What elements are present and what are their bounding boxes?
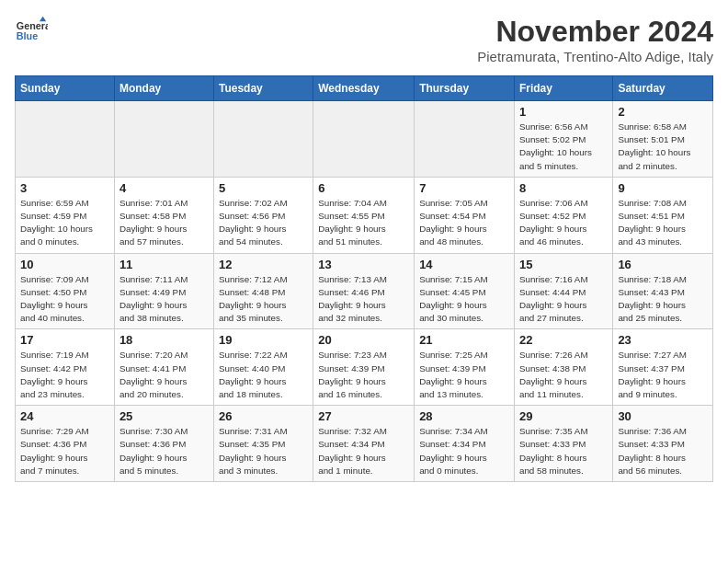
day-number: 27 — [318, 409, 409, 423]
day-number: 7 — [419, 181, 509, 195]
day-cell — [114, 101, 213, 178]
weekday-header-tuesday: Tuesday — [213, 76, 313, 101]
day-info: Sunrise: 7:16 AM Sunset: 4:44 PM Dayligh… — [519, 273, 608, 326]
day-info: Sunrise: 7:23 AM Sunset: 4:39 PM Dayligh… — [318, 349, 409, 401]
day-number: 25 — [119, 409, 209, 423]
day-number: 28 — [419, 409, 509, 423]
day-info: Sunrise: 7:05 AM Sunset: 4:54 PM Dayligh… — [419, 197, 509, 249]
day-number: 16 — [618, 258, 708, 271]
day-info: Sunrise: 7:13 AM Sunset: 4:46 PM Dayligh… — [318, 273, 409, 326]
day-info: Sunrise: 7:02 AM Sunset: 4:56 PM Dayligh… — [219, 197, 308, 249]
header: General Blue November 2024 Pietramurata,… — [15, 15, 713, 64]
svg-text:Blue: Blue — [17, 30, 38, 41]
day-cell: 28Sunrise: 7:34 AM Sunset: 4:34 PM Dayli… — [415, 406, 515, 482]
day-cell: 3Sunrise: 6:59 AM Sunset: 4:59 PM Daylig… — [16, 177, 115, 253]
day-info: Sunrise: 7:26 AM Sunset: 4:38 PM Dayligh… — [519, 349, 608, 401]
day-info: Sunrise: 6:58 AM Sunset: 5:01 PM Dayligh… — [618, 121, 708, 173]
day-info: Sunrise: 7:27 AM Sunset: 4:37 PM Dayligh… — [618, 349, 708, 401]
day-cell: 8Sunrise: 7:06 AM Sunset: 4:52 PM Daylig… — [514, 177, 612, 253]
day-cell: 27Sunrise: 7:32 AM Sunset: 4:34 PM Dayli… — [313, 406, 415, 482]
day-cell: 10Sunrise: 7:09 AM Sunset: 4:50 PM Dayli… — [16, 253, 115, 329]
day-cell: 7Sunrise: 7:05 AM Sunset: 4:54 PM Daylig… — [415, 177, 515, 253]
day-number: 20 — [318, 333, 409, 347]
day-number: 1 — [519, 105, 608, 119]
day-number: 18 — [119, 333, 209, 347]
day-info: Sunrise: 7:18 AM Sunset: 4:43 PM Dayligh… — [618, 273, 708, 326]
day-cell: 13Sunrise: 7:13 AM Sunset: 4:46 PM Dayli… — [313, 253, 415, 329]
day-cell: 17Sunrise: 7:19 AM Sunset: 4:42 PM Dayli… — [16, 329, 115, 406]
calendar-table: SundayMondayTuesdayWednesdayThursdayFrid… — [15, 75, 713, 482]
day-number: 24 — [20, 409, 109, 423]
day-number: 17 — [20, 333, 109, 347]
day-number: 9 — [618, 181, 708, 195]
title-block: November 2024 Pietramurata, Trentino-Alt… — [477, 15, 713, 64]
day-info: Sunrise: 7:09 AM Sunset: 4:50 PM Dayligh… — [20, 273, 109, 326]
day-info: Sunrise: 7:22 AM Sunset: 4:40 PM Dayligh… — [219, 349, 308, 401]
day-number: 19 — [219, 333, 308, 347]
day-cell — [415, 101, 515, 178]
day-info: Sunrise: 7:19 AM Sunset: 4:42 PM Dayligh… — [20, 349, 109, 401]
week-row-3: 10Sunrise: 7:09 AM Sunset: 4:50 PM Dayli… — [16, 253, 713, 329]
day-cell: 12Sunrise: 7:12 AM Sunset: 4:48 PM Dayli… — [213, 253, 313, 329]
week-row-4: 17Sunrise: 7:19 AM Sunset: 4:42 PM Dayli… — [16, 329, 713, 406]
day-info: Sunrise: 7:01 AM Sunset: 4:58 PM Dayligh… — [119, 197, 209, 249]
day-info: Sunrise: 7:34 AM Sunset: 4:34 PM Dayligh… — [419, 425, 509, 477]
day-info: Sunrise: 7:12 AM Sunset: 4:48 PM Dayligh… — [219, 273, 308, 326]
day-number: 21 — [419, 333, 509, 347]
day-info: Sunrise: 7:08 AM Sunset: 4:51 PM Dayligh… — [618, 197, 708, 249]
day-info: Sunrise: 6:56 AM Sunset: 5:02 PM Dayligh… — [519, 121, 608, 173]
weekday-header-sunday: Sunday — [16, 76, 115, 101]
logo: General Blue — [15, 15, 48, 48]
day-cell: 6Sunrise: 7:04 AM Sunset: 4:55 PM Daylig… — [313, 177, 415, 253]
day-number: 13 — [318, 258, 409, 271]
day-cell: 25Sunrise: 7:30 AM Sunset: 4:36 PM Dayli… — [114, 406, 213, 482]
day-number: 22 — [519, 333, 608, 347]
day-info: Sunrise: 7:15 AM Sunset: 4:45 PM Dayligh… — [419, 273, 509, 326]
day-cell: 19Sunrise: 7:22 AM Sunset: 4:40 PM Dayli… — [213, 329, 313, 406]
day-info: Sunrise: 7:31 AM Sunset: 4:35 PM Dayligh… — [219, 425, 308, 477]
day-number: 30 — [618, 409, 708, 423]
day-info: Sunrise: 7:04 AM Sunset: 4:55 PM Dayligh… — [318, 197, 409, 249]
svg-marker-2 — [40, 17, 46, 21]
day-cell: 18Sunrise: 7:20 AM Sunset: 4:41 PM Dayli… — [114, 329, 213, 406]
day-info: Sunrise: 7:32 AM Sunset: 4:34 PM Dayligh… — [318, 425, 409, 477]
day-number: 23 — [618, 333, 708, 347]
weekday-header-saturday: Saturday — [613, 76, 713, 101]
weekday-header-thursday: Thursday — [415, 76, 515, 101]
day-number: 6 — [318, 181, 409, 195]
day-info: Sunrise: 7:30 AM Sunset: 4:36 PM Dayligh… — [119, 425, 209, 477]
day-cell: 16Sunrise: 7:18 AM Sunset: 4:43 PM Dayli… — [613, 253, 713, 329]
day-cell: 14Sunrise: 7:15 AM Sunset: 4:45 PM Dayli… — [415, 253, 515, 329]
day-cell: 23Sunrise: 7:27 AM Sunset: 4:37 PM Dayli… — [613, 329, 713, 406]
location-title: Pietramurata, Trentino-Alto Adige, Italy — [477, 49, 713, 64]
day-cell — [213, 101, 313, 178]
weekday-header-wednesday: Wednesday — [313, 76, 415, 101]
day-cell: 11Sunrise: 7:11 AM Sunset: 4:49 PM Dayli… — [114, 253, 213, 329]
day-info: Sunrise: 7:35 AM Sunset: 4:33 PM Dayligh… — [519, 425, 608, 477]
day-cell: 30Sunrise: 7:36 AM Sunset: 4:33 PM Dayli… — [613, 406, 713, 482]
day-info: Sunrise: 6:59 AM Sunset: 4:59 PM Dayligh… — [20, 197, 109, 249]
day-number: 26 — [219, 409, 308, 423]
day-cell: 21Sunrise: 7:25 AM Sunset: 4:39 PM Dayli… — [415, 329, 515, 406]
day-number: 29 — [519, 409, 608, 423]
day-cell: 1Sunrise: 6:56 AM Sunset: 5:02 PM Daylig… — [514, 101, 612, 178]
day-cell — [313, 101, 415, 178]
day-info: Sunrise: 7:29 AM Sunset: 4:36 PM Dayligh… — [20, 425, 109, 477]
day-cell: 29Sunrise: 7:35 AM Sunset: 4:33 PM Dayli… — [514, 406, 612, 482]
day-cell: 22Sunrise: 7:26 AM Sunset: 4:38 PM Dayli… — [514, 329, 612, 406]
day-cell: 9Sunrise: 7:08 AM Sunset: 4:51 PM Daylig… — [613, 177, 713, 253]
logo-icon: General Blue — [15, 15, 48, 48]
day-cell: 4Sunrise: 7:01 AM Sunset: 4:58 PM Daylig… — [114, 177, 213, 253]
day-cell: 15Sunrise: 7:16 AM Sunset: 4:44 PM Dayli… — [514, 253, 612, 329]
day-number: 11 — [119, 258, 209, 271]
day-cell — [16, 101, 115, 178]
day-cell: 26Sunrise: 7:31 AM Sunset: 4:35 PM Dayli… — [213, 406, 313, 482]
week-row-5: 24Sunrise: 7:29 AM Sunset: 4:36 PM Dayli… — [16, 406, 713, 482]
day-number: 3 — [20, 181, 109, 195]
day-cell: 24Sunrise: 7:29 AM Sunset: 4:36 PM Dayli… — [16, 406, 115, 482]
day-info: Sunrise: 7:25 AM Sunset: 4:39 PM Dayligh… — [419, 349, 509, 401]
day-number: 14 — [419, 258, 509, 271]
weekday-header-friday: Friday — [514, 76, 612, 101]
day-info: Sunrise: 7:11 AM Sunset: 4:49 PM Dayligh… — [119, 273, 209, 326]
day-number: 15 — [519, 258, 608, 271]
